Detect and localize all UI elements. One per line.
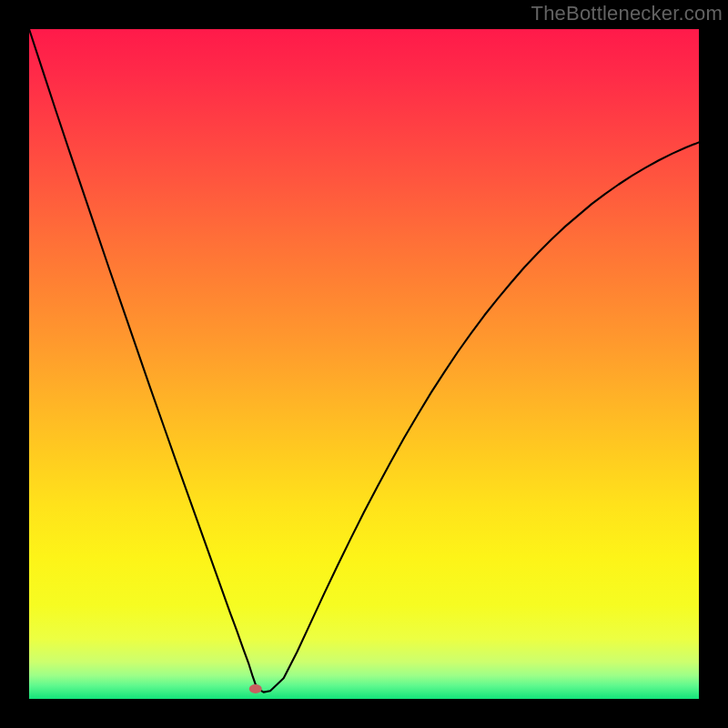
chart-plot xyxy=(29,29,699,699)
vertex-marker xyxy=(249,684,262,693)
plot-background xyxy=(29,29,699,699)
watermark-text: TheBottlenecker.com xyxy=(531,2,723,25)
chart-frame: TheBottlenecker.com xyxy=(0,0,728,728)
